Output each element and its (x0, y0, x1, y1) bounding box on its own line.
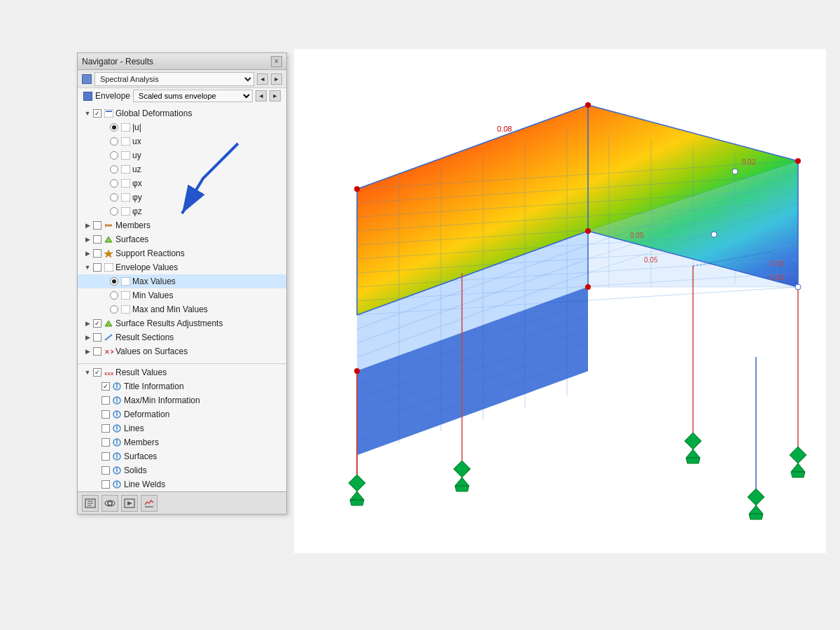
tree-item-max-values[interactable]: Max Values (78, 274, 286, 288)
radio-ux[interactable] (110, 137, 118, 146)
label-ux: ux (132, 136, 284, 146)
svg-point-153 (108, 501, 112, 505)
tree-item-lines[interactable]: Lines (78, 421, 286, 435)
checkbox-result-sections[interactable] (93, 333, 102, 342)
svg-point-93 (585, 102, 591, 108)
svg-point-95 (354, 368, 360, 374)
svg-marker-112 (105, 223, 107, 227)
icon-surfaces2 (112, 451, 122, 461)
tree-item-abs-u[interactable]: |u| (78, 120, 286, 134)
radio-phiy[interactable] (110, 193, 118, 202)
radio-max-min-values[interactable] (110, 305, 118, 314)
expand-icon-result-sections (83, 333, 92, 342)
svg-marker-118 (105, 321, 112, 326)
analysis-next-btn[interactable]: ► (271, 74, 282, 85)
tree-item-ux[interactable]: ux (78, 134, 286, 148)
tree-item-surfaces2[interactable]: Surfaces (78, 449, 286, 463)
svg-point-124 (116, 384, 118, 385)
tree-item-result-sections[interactable]: Result Sections (78, 330, 286, 344)
toolbar-view-btn[interactable] (102, 495, 118, 512)
envelope-dropdown[interactable]: Scaled sums envelope (133, 90, 253, 102)
checkbox-solids[interactable] (102, 466, 110, 475)
tree-item-phiz[interactable]: φz (78, 204, 286, 218)
analysis-prev-btn[interactable]: ◄ (257, 74, 268, 85)
tree-item-surfaces[interactable]: Surfaces (78, 232, 286, 246)
svg-marker-69 (350, 500, 364, 505)
radio-uy[interactable] (110, 151, 118, 160)
svg-rect-116 (121, 291, 130, 300)
tree-item-result-values[interactable]: xxx Result Values (78, 365, 286, 379)
tree-item-members[interactable]: Members (78, 218, 286, 232)
label-lines: Lines (124, 424, 284, 433)
label-members: Members (115, 220, 284, 230)
panel-title: Navigator - Results (82, 57, 153, 66)
tree-item-phiy[interactable]: φy (78, 190, 286, 204)
checkbox-surfaces[interactable] (93, 235, 102, 244)
svg-line-119 (105, 335, 112, 340)
checkbox-surface-results[interactable] (93, 319, 102, 328)
svg-text:0.03: 0.03 (770, 274, 784, 281)
svg-rect-106 (121, 137, 130, 146)
tree-item-support-reactions[interactable]: Support Reactions (78, 246, 286, 260)
tree-item-values-on-surfaces[interactable]: ✕✕ Values on Surfaces (78, 344, 286, 358)
checkbox-members2[interactable] (102, 438, 110, 447)
checkbox-deformation[interactable] (102, 410, 110, 419)
radio-max-values[interactable] (110, 277, 118, 286)
checkbox-surfaces2[interactable] (102, 452, 110, 461)
radio-phiz[interactable] (110, 207, 118, 216)
svg-point-139 (116, 454, 118, 455)
tree-item-phix[interactable]: φx (78, 176, 286, 190)
tree-item-max-min-information[interactable]: Max/Min Information (78, 393, 286, 407)
tree-item-deformation[interactable]: Deformation (78, 407, 286, 421)
toolbar-animation-btn[interactable] (121, 495, 138, 512)
svg-point-127 (116, 398, 118, 399)
svg-rect-105 (121, 123, 130, 132)
icon-title-information (112, 382, 122, 391)
icon-max-min-values (120, 304, 130, 314)
radio-abs-u[interactable] (110, 123, 118, 132)
svg-marker-73 (455, 486, 469, 491)
icon-result-values: xxx (104, 368, 113, 377)
tree-item-max-min-values[interactable]: Max and Min Values (78, 302, 286, 316)
checkbox-envelope-values[interactable] (93, 263, 102, 272)
label-max-values: Max Values (132, 276, 284, 286)
svg-rect-111 (121, 207, 130, 216)
envelope-prev-btn[interactable]: ◄ (255, 90, 267, 102)
checkbox-members[interactable] (93, 221, 102, 230)
checkbox-values-on-surfaces[interactable] (93, 347, 102, 356)
radio-uz[interactable] (110, 165, 118, 174)
tree-item-uy[interactable]: uy (78, 148, 286, 162)
expand-icon-support-reactions (83, 249, 92, 258)
checkbox-line-welds[interactable] (102, 480, 110, 489)
analysis-dropdown[interactable]: Spectral Analysis (94, 72, 254, 86)
tree-item-surface-results[interactable]: Surface Results Adjustments (78, 316, 286, 330)
tree-item-solids[interactable]: Solids (78, 463, 286, 477)
tree-item-envelope-values[interactable]: Envelope Values (78, 260, 286, 274)
tree-item-title-information[interactable]: Title Information (78, 379, 286, 393)
checkbox-max-min-information[interactable] (102, 396, 110, 405)
checkbox-lines[interactable] (102, 424, 110, 433)
toolbar-navigator-btn[interactable] (82, 495, 99, 512)
panel-close-button[interactable]: × (271, 56, 282, 67)
tree-content: Global Deformations |u| ux (78, 104, 286, 491)
toolbar-diagram-btn[interactable] (141, 495, 158, 512)
checkbox-global-deformations[interactable] (93, 109, 102, 118)
svg-point-96 (585, 284, 591, 290)
panel-titlebar: Navigator - Results × (78, 53, 286, 70)
tree-item-global-deformations[interactable]: Global Deformations (78, 106, 286, 120)
expand-icon-surface-results (83, 319, 92, 328)
tree-item-members2[interactable]: Members (78, 435, 286, 449)
envelope-next-btn[interactable]: ► (270, 90, 281, 102)
checkbox-result-values[interactable] (93, 368, 102, 377)
checkbox-support-reactions[interactable] (93, 249, 102, 258)
svg-point-100 (795, 284, 801, 290)
icon-phix (120, 178, 130, 188)
label-result-sections: Result Sections (115, 332, 284, 342)
tree-item-min-values[interactable]: Min Values (78, 288, 286, 302)
radio-phix[interactable] (110, 179, 118, 188)
checkbox-title-information[interactable] (102, 382, 110, 391)
tree-item-line-welds[interactable]: Line Welds (78, 477, 286, 491)
svg-rect-115 (121, 277, 130, 286)
tree-item-uz[interactable]: uz (78, 162, 286, 176)
radio-min-values[interactable] (110, 291, 118, 300)
